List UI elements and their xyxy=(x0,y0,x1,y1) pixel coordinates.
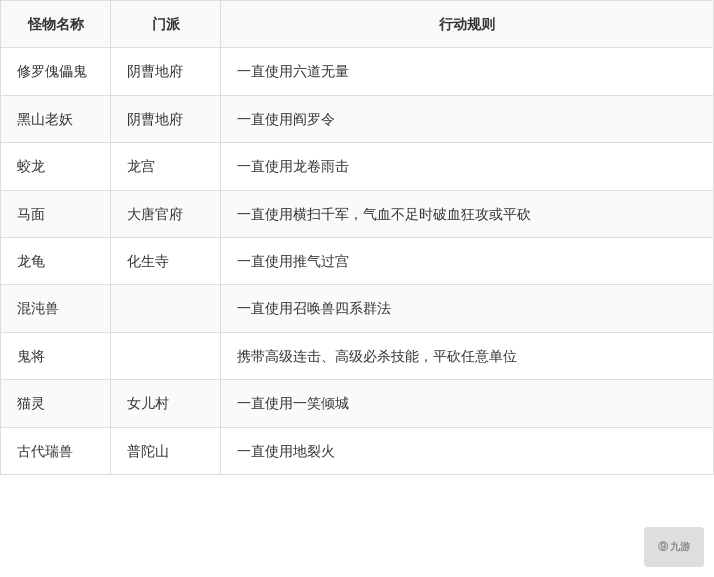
monster-table: 怪物名称 门派 行动规则 修罗傀儡鬼阴曹地府一直使用六道无量黑山老妖阴曹地府一直… xyxy=(0,0,714,475)
cell-faction: 阴曹地府 xyxy=(111,48,221,95)
header-name: 怪物名称 xyxy=(1,1,111,48)
cell-faction: 化生寺 xyxy=(111,237,221,284)
cell-monster-name: 混沌兽 xyxy=(1,285,111,332)
cell-rule: 一直使用六道无量 xyxy=(221,48,714,95)
table-row: 猫灵女儿村一直使用一笑倾城 xyxy=(1,380,714,427)
cell-rule: 一直使用召唤兽四系群法 xyxy=(221,285,714,332)
cell-monster-name: 蛟龙 xyxy=(1,143,111,190)
cell-faction: 普陀山 xyxy=(111,427,221,474)
header-faction: 门派 xyxy=(111,1,221,48)
cell-rule: 一直使用地裂火 xyxy=(221,427,714,474)
cell-rule: 一直使用横扫千军，气血不足时破血狂攻或平砍 xyxy=(221,190,714,237)
cell-rule: 一直使用阎罗令 xyxy=(221,95,714,142)
table-row: 鬼将携带高级连击、高级必杀技能，平砍任意单位 xyxy=(1,332,714,379)
table-row: 古代瑞兽普陀山一直使用地裂火 xyxy=(1,427,714,474)
cell-rule: 携带高级连击、高级必杀技能，平砍任意单位 xyxy=(221,332,714,379)
cell-faction: 大唐官府 xyxy=(111,190,221,237)
header-rule: 行动规则 xyxy=(221,1,714,48)
cell-faction xyxy=(111,285,221,332)
cell-monster-name: 龙龟 xyxy=(1,237,111,284)
table-row: 龙龟化生寺一直使用推气过宫 xyxy=(1,237,714,284)
cell-monster-name: 猫灵 xyxy=(1,380,111,427)
cell-faction xyxy=(111,332,221,379)
table-row: 马面大唐官府一直使用横扫千军，气血不足时破血狂攻或平砍 xyxy=(1,190,714,237)
cell-monster-name: 鬼将 xyxy=(1,332,111,379)
table-row: 蛟龙龙宫一直使用龙卷雨击 xyxy=(1,143,714,190)
cell-faction: 阴曹地府 xyxy=(111,95,221,142)
table-header-row: 怪物名称 门派 行动规则 xyxy=(1,1,714,48)
cell-faction: 龙宫 xyxy=(111,143,221,190)
cell-monster-name: 古代瑞兽 xyxy=(1,427,111,474)
cell-rule: 一直使用推气过宫 xyxy=(221,237,714,284)
watermark: ⑨ 九游 xyxy=(644,527,704,567)
watermark-logo: ⑨ 九游 xyxy=(658,540,691,554)
table-row: 混沌兽一直使用召唤兽四系群法 xyxy=(1,285,714,332)
table-row: 黑山老妖阴曹地府一直使用阎罗令 xyxy=(1,95,714,142)
main-container: 怪物名称 门派 行动规则 修罗傀儡鬼阴曹地府一直使用六道无量黑山老妖阴曹地府一直… xyxy=(0,0,714,577)
cell-rule: 一直使用一笑倾城 xyxy=(221,380,714,427)
cell-monster-name: 修罗傀儡鬼 xyxy=(1,48,111,95)
cell-monster-name: 马面 xyxy=(1,190,111,237)
cell-faction: 女儿村 xyxy=(111,380,221,427)
cell-monster-name: 黑山老妖 xyxy=(1,95,111,142)
cell-rule: 一直使用龙卷雨击 xyxy=(221,143,714,190)
table-row: 修罗傀儡鬼阴曹地府一直使用六道无量 xyxy=(1,48,714,95)
